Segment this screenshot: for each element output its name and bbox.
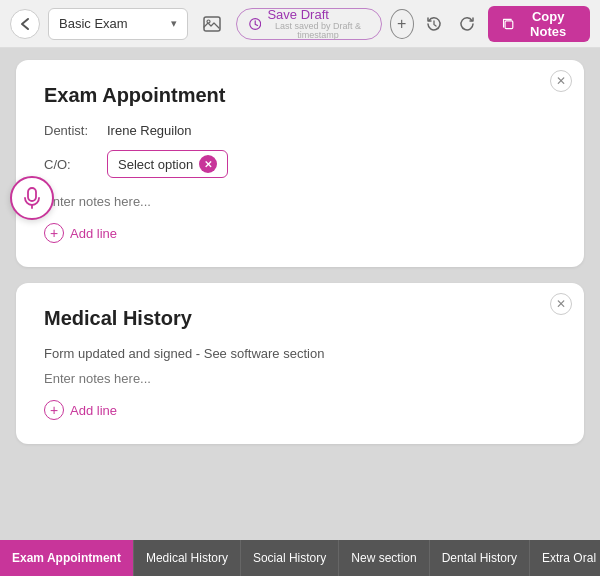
mic-button[interactable] (10, 176, 54, 220)
medical-add-line-label: Add line (70, 403, 117, 418)
history-icon (425, 15, 443, 33)
refresh-button[interactable] (455, 8, 480, 40)
save-draft-label: Save Draft (267, 7, 328, 22)
copy-notes-label: Copy Notes (520, 9, 576, 39)
tab-new-section-label: New section (351, 551, 416, 565)
save-draft-content: Save Draft Last saved by Draft & timesta… (267, 7, 368, 40)
medical-history-close-button[interactable]: ✕ (550, 293, 572, 315)
main-content: ✕ Exam Appointment Dentist: Irene Reguil… (0, 48, 600, 540)
exam-notes-input[interactable] (44, 190, 556, 213)
medical-add-line-button[interactable]: + Add line (44, 400, 117, 420)
medical-form-text: Form updated and signed - See software s… (44, 346, 556, 361)
svg-rect-3 (505, 20, 513, 28)
tab-extra-oral-exam-label: Extra Oral Exam (542, 551, 600, 565)
chevron-down-icon: ▾ (171, 17, 177, 30)
exam-appointment-card: ✕ Exam Appointment Dentist: Irene Reguil… (16, 60, 584, 267)
exam-select-value: Basic Exam (59, 16, 165, 31)
add-line-plus-icon: + (44, 223, 64, 243)
plus-icon: + (397, 15, 406, 33)
mic-icon (23, 187, 41, 209)
save-draft-icon (249, 16, 261, 32)
tab-social-history-label: Social History (253, 551, 326, 565)
tab-medical-history[interactable]: Medical History (134, 540, 241, 576)
exam-select-dropdown[interactable]: Basic Exam ▾ (48, 8, 188, 40)
exam-add-line-label: Add line (70, 226, 117, 241)
dentist-label: Dentist: (44, 123, 99, 138)
back-button[interactable] (10, 9, 40, 39)
exam-appointment-title: Exam Appointment (44, 84, 556, 107)
medical-history-card: ✕ Medical History Form updated and signe… (16, 283, 584, 444)
add-button[interactable]: + (390, 9, 414, 39)
toolbar-icons (196, 8, 228, 40)
refresh-icon (458, 15, 476, 33)
co-row: C/O: Select option ✕ (44, 150, 556, 178)
toolbar: Basic Exam ▾ Save Draft Last saved by Dr… (0, 0, 600, 48)
select-option-dot: ✕ (199, 155, 217, 173)
dentist-row: Dentist: Irene Reguilon (44, 123, 556, 138)
save-draft-subtext: Last saved by Draft & timestamp (267, 22, 368, 40)
medical-notes-input[interactable] (44, 367, 556, 390)
dentist-value: Irene Reguilon (107, 123, 192, 138)
exam-appointment-close-button[interactable]: ✕ (550, 70, 572, 92)
tab-dental-history[interactable]: Dental History (430, 540, 530, 576)
tab-exam-appointment-label: Exam Appointment (12, 551, 121, 565)
copy-notes-button[interactable]: Copy Notes (488, 6, 590, 42)
tab-exam-appointment[interactable]: Exam Appointment (0, 540, 134, 576)
select-option-label: Select option (118, 157, 193, 172)
tab-medical-history-label: Medical History (146, 551, 228, 565)
tab-bar: Exam Appointment Medical History Social … (0, 540, 600, 576)
save-draft-button[interactable]: Save Draft Last saved by Draft & timesta… (236, 8, 382, 40)
exam-add-line-button[interactable]: + Add line (44, 223, 117, 243)
medical-add-line-plus-icon: + (44, 400, 64, 420)
image-icon-button[interactable] (196, 8, 228, 40)
medical-history-title: Medical History (44, 307, 556, 330)
svg-point-1 (207, 20, 210, 23)
copy-icon (502, 16, 514, 32)
tab-dental-history-label: Dental History (442, 551, 517, 565)
tab-new-section[interactable]: New section (339, 540, 429, 576)
select-option-button[interactable]: Select option ✕ (107, 150, 228, 178)
tab-social-history[interactable]: Social History (241, 540, 339, 576)
tab-extra-oral-exam[interactable]: Extra Oral Exam (530, 540, 600, 576)
history-button[interactable] (422, 8, 447, 40)
co-label: C/O: (44, 157, 99, 172)
svg-rect-4 (28, 188, 36, 201)
